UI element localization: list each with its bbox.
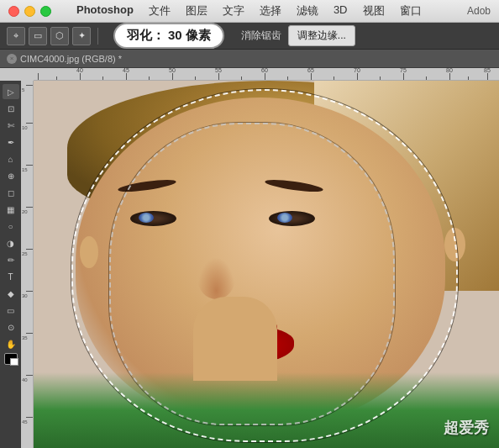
- tools-panel: ▷ ⊡ ✄ ✒ ⌂ ⊕ ◻ ▦ ○ ◑ ✏ T ◆ ▭ ⊙ ✋: [0, 81, 21, 448]
- tool-dodge[interactable]: ◑: [3, 235, 19, 250]
- tool-group-select: ⌖ ▭ ⬡ ✦: [7, 27, 91, 45]
- tool-eraser[interactable]: ◻: [3, 185, 19, 200]
- ruler-vertical: 5 10 15 20 25 30 35 40 45: [21, 81, 34, 448]
- neck-area: [193, 297, 277, 381]
- menu-text[interactable]: 文字: [223, 3, 244, 18]
- ear-right: [444, 228, 465, 261]
- canvas-area: 超爱秀: [34, 81, 499, 448]
- eye-right: [269, 211, 315, 226]
- tool-shape[interactable]: ▭: [3, 303, 19, 318]
- tab-close-btn[interactable]: ×: [7, 54, 17, 64]
- app-title: Photoshop: [76, 3, 134, 18]
- ruler-corner: [21, 68, 34, 81]
- lasso-tool-btn[interactable]: ⌖: [7, 27, 25, 45]
- tool-text[interactable]: T: [3, 269, 19, 284]
- toolbar-separator-1: [97, 28, 98, 45]
- tool-clone[interactable]: ⊕: [3, 168, 19, 183]
- tool-brush[interactable]: ⌂: [3, 151, 19, 166]
- right-label: Adob: [467, 5, 491, 17]
- maximize-button[interactable]: [40, 6, 51, 17]
- feather-value: 30 像素: [168, 28, 211, 44]
- feather-label: 羽化：: [127, 28, 165, 44]
- tabbar: × CIMC4000.jpg (RGB/8) *: [0, 50, 499, 68]
- menu-view[interactable]: 视图: [363, 3, 385, 18]
- eye-left: [130, 211, 176, 226]
- poly-select-btn[interactable]: ⬡: [50, 27, 69, 45]
- close-button[interactable]: [8, 6, 19, 17]
- menu-3d[interactable]: 3D: [334, 3, 348, 18]
- toolbar: ⌖ ▭ ⬡ ✦ 羽化： 30 像素 消除锯齿 调整边缘...: [0, 23, 499, 50]
- tool-zoom[interactable]: ⊙: [3, 319, 19, 335]
- tool-path-select[interactable]: ◆: [3, 286, 19, 301]
- tool-eyedropper[interactable]: ✒: [3, 134, 19, 150]
- menu-window[interactable]: 窗口: [400, 3, 422, 18]
- tool-hand[interactable]: ✋: [3, 336, 19, 351]
- magic-select-btn[interactable]: ✦: [72, 27, 91, 45]
- shirt-area: [34, 372, 499, 448]
- erase-jagged-label: 消除锯齿: [241, 29, 281, 43]
- tool-crop[interactable]: ⊡: [3, 101, 19, 116]
- rect-select-btn[interactable]: ▭: [29, 27, 47, 45]
- tool-blur[interactable]: ○: [3, 219, 19, 234]
- refine-edge-button[interactable]: 调整边缘...: [288, 25, 355, 46]
- titlebar: Photoshop 文件 图层 文字 选择 滤镜 3D 视图 窗口 Adob: [0, 0, 499, 23]
- menu-filter[interactable]: 滤镜: [297, 3, 318, 18]
- tool-slice[interactable]: ✄: [3, 118, 19, 133]
- menu-file[interactable]: 文件: [149, 3, 171, 18]
- minimize-button[interactable]: [24, 6, 35, 17]
- photo-container: 超爱秀: [34, 81, 499, 448]
- menu-select[interactable]: 选择: [260, 3, 281, 18]
- watermark: 超爱秀: [444, 418, 489, 438]
- tool-foreground-color[interactable]: [4, 353, 18, 365]
- feather-balloon: 羽化： 30 像素: [113, 23, 224, 49]
- nose: [197, 257, 235, 299]
- menu-bar: Photoshop 文件 图层 文字 选择 滤镜 3D 视图 窗口: [76, 3, 422, 18]
- tab-filename[interactable]: CIMC4000.jpg (RGB/8) *: [20, 54, 122, 64]
- ear-left: [80, 236, 98, 268]
- traffic-lights: [8, 6, 51, 17]
- tool-selection[interactable]: ▷: [3, 84, 19, 99]
- ruler-horizontal: 40 45 50 55 60 65 70 75 80 85: [34, 68, 499, 81]
- tool-gradient[interactable]: ▦: [3, 202, 19, 217]
- tool-pen[interactable]: ✏: [3, 252, 19, 267]
- menu-layers[interactable]: 图层: [186, 3, 207, 18]
